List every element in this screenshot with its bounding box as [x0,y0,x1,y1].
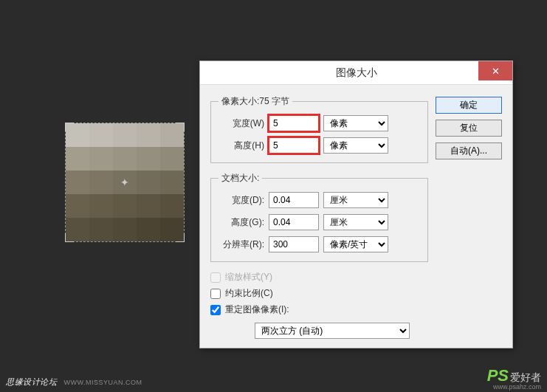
close-button[interactable]: ✕ [478,61,512,80]
swatch-cell [66,171,89,194]
doc-height-input[interactable] [269,214,319,230]
pixel-size-group: 像素大小:75 字节 宽度(W) 像素 高度(H) 像素 [210,95,428,163]
doc-width-input[interactable] [269,192,319,208]
constrain-row[interactable]: 约束比例(C) [210,287,428,300]
document-size-group: 文档大小: 宽度(D): 厘米 高度(G): 厘米 分辨率(R): [210,172,428,262]
swatch-cell [137,123,160,147]
resample-row[interactable]: 重定图像像素(I): [210,303,428,316]
resample-label: 重定图像像素(I): [225,303,289,316]
resample-checkbox[interactable] [210,305,221,315]
constrain-checkbox[interactable] [210,289,221,299]
pixel-height-unit-select[interactable]: 像素 [323,137,388,154]
scale-styles-row: 缩放样式(Y) [210,271,428,283]
swatch-cell [89,194,113,218]
reset-button[interactable]: 复位 [436,120,502,137]
ok-button[interactable]: 确定 [436,97,502,114]
resolution-input[interactable] [269,236,319,252]
swatch-cell [160,147,184,171]
swatch-cell [89,147,113,171]
pixel-width-input[interactable] [269,115,319,131]
swatch-cell [89,218,113,241]
swatch-cell [137,171,160,194]
auto-button[interactable]: 自动(A)... [436,142,502,159]
swatch-cell [89,123,113,147]
center-marker-icon: ✦ [120,176,129,188]
resolution-label: 分辨率(R): [219,238,264,251]
watermark-ps-logo: PS [487,366,509,385]
pixel-height-input[interactable] [269,137,319,154]
document-size-legend: 文档大小: [219,172,262,185]
swatch-cell [113,218,137,241]
doc-width-label: 宽度(D): [219,194,264,207]
resample-method-select[interactable]: 两次立方 (自动) [255,323,410,339]
swatch-cell [137,218,160,241]
crop-corner-tr [176,123,185,131]
swatch-cell [113,147,137,171]
close-icon: ✕ [492,66,500,77]
swatch-cell [89,171,113,194]
pixel-width-unit-select[interactable]: 像素 [323,115,388,131]
watermark-right: PS爱好者 www.psahz.com [487,366,541,391]
swatch-cell [160,194,184,218]
doc-height-label: 高度(G): [219,216,264,229]
swatch-cell [66,194,89,218]
pixel-height-label: 高度(H) [219,140,264,152]
doc-width-unit-select[interactable]: 厘米 [323,192,388,208]
constrain-label: 约束比例(C) [225,287,273,300]
image-size-dialog: 图像大小 ✕ 像素大小:75 字节 宽度(W) 像素 高度(H) [199,61,513,348]
pixel-size-legend: 像素大小:75 字节 [219,95,292,108]
scale-styles-checkbox [210,272,221,283]
swatch-cell [160,171,184,194]
dialog-title: 图像大小 [336,66,377,80]
swatch-cell [137,147,160,171]
dialog-titlebar[interactable]: 图像大小 ✕ [200,61,512,85]
crop-corner-br [176,233,185,242]
resolution-unit-select[interactable]: 像素/英寸 [323,236,388,252]
crop-corner-tl [65,123,74,131]
crop-corner-bl [65,233,74,242]
pixel-width-label: 宽度(W) [219,117,264,130]
doc-height-unit-select[interactable]: 厘米 [323,214,388,230]
canvas-preview: ✦ [65,123,185,242]
swatch-cell [137,194,160,218]
watermark-left: 思缘设计论坛 WWW.MISSYUAN.COM [6,376,142,388]
swatch-cell [66,147,89,171]
swatch-cell [113,194,137,218]
scale-styles-label: 缩放样式(Y) [225,271,272,283]
swatch-cell [113,123,137,147]
